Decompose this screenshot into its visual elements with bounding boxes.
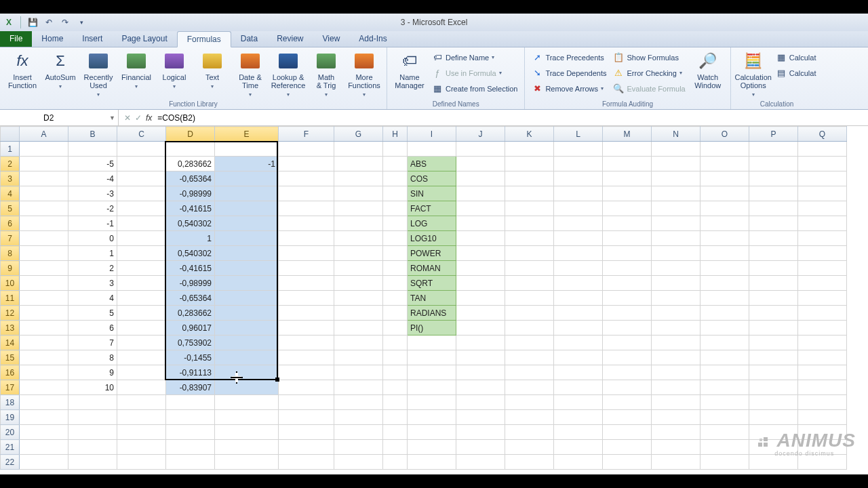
cell-O2[interactable]	[701, 157, 749, 171]
cell-M20[interactable]	[603, 425, 652, 440]
cell-B6[interactable]: -1	[68, 216, 117, 231]
cell-F1[interactable]	[279, 142, 334, 157]
cell-Q20[interactable]	[798, 425, 847, 440]
cell-P19[interactable]	[749, 410, 798, 425]
cell-C1[interactable]	[117, 142, 166, 157]
row-header-21[interactable]: 21	[1, 440, 20, 455]
cell-G19[interactable]	[334, 410, 383, 425]
cell-N21[interactable]	[652, 440, 701, 455]
cell-A20[interactable]	[20, 425, 68, 440]
cell-C14[interactable]	[117, 336, 166, 350]
cell-P22[interactable]	[749, 455, 798, 470]
cell-H17[interactable]	[383, 380, 408, 395]
cell-Q13[interactable]	[798, 321, 847, 336]
cell-H12[interactable]	[383, 306, 408, 321]
cell-J6[interactable]	[456, 216, 505, 231]
cell-C15[interactable]	[117, 350, 166, 365]
cell-Q5[interactable]	[798, 201, 847, 216]
cell-B4[interactable]: -3	[68, 186, 117, 201]
cell-N10[interactable]	[652, 276, 701, 291]
cell-A22[interactable]	[20, 455, 68, 470]
cell-D17[interactable]: -0,83907	[166, 380, 215, 395]
logical-button[interactable]: Logical	[156, 49, 193, 91]
cell-J10[interactable]	[456, 276, 505, 291]
calculate-now-button[interactable]: ▦Calculat	[773, 50, 819, 64]
cell-Q3[interactable]	[798, 171, 847, 186]
cell-P10[interactable]	[749, 276, 798, 291]
cell-C8[interactable]	[117, 246, 166, 261]
cell-F21[interactable]	[279, 440, 334, 455]
row-header-17[interactable]: 17	[1, 380, 20, 395]
col-header-F[interactable]: F	[279, 127, 334, 142]
col-header-Q[interactable]: Q	[798, 127, 847, 142]
lookup-ref-button[interactable]: Lookup & Reference	[270, 49, 307, 99]
cell-L7[interactable]	[554, 231, 603, 246]
cell-O4[interactable]	[701, 186, 749, 201]
cell-G22[interactable]	[334, 455, 383, 470]
cell-F14[interactable]	[279, 336, 334, 350]
cell-J4[interactable]	[456, 186, 505, 201]
cell-D1[interactable]	[166, 142, 215, 157]
cell-A1[interactable]	[20, 142, 68, 157]
cell-Q4[interactable]	[798, 186, 847, 201]
trace-dependents-button[interactable]: ➘Trace Dependents	[529, 66, 609, 80]
cell-A2[interactable]	[20, 157, 68, 171]
row-header-4[interactable]: 4	[1, 186, 20, 201]
cell-H2[interactable]	[383, 157, 408, 171]
row-header-1[interactable]: 1	[1, 142, 20, 157]
cell-M9[interactable]	[603, 261, 652, 276]
cell-A5[interactable]	[20, 201, 68, 216]
cell-E12[interactable]	[215, 306, 279, 321]
cell-P13[interactable]	[749, 321, 798, 336]
col-header-O[interactable]: O	[701, 127, 749, 142]
cell-A18[interactable]	[20, 395, 68, 410]
financial-button[interactable]: Financial	[118, 49, 155, 91]
row-header-10[interactable]: 10	[1, 276, 20, 291]
cell-Q22[interactable]	[798, 455, 847, 470]
cell-F17[interactable]	[279, 380, 334, 395]
cell-H11[interactable]	[383, 291, 408, 306]
col-header-N[interactable]: N	[652, 127, 701, 142]
cell-B12[interactable]: 5	[68, 306, 117, 321]
math-trig-button[interactable]: Math & Trig	[308, 49, 344, 99]
cell-Q1[interactable]	[798, 142, 847, 157]
cell-H16[interactable]	[383, 365, 408, 380]
cell-J19[interactable]	[456, 410, 505, 425]
cell-K4[interactable]	[505, 186, 554, 201]
cell-K12[interactable]	[505, 306, 554, 321]
cell-P14[interactable]	[749, 336, 798, 350]
cell-K9[interactable]	[505, 261, 554, 276]
cell-I17[interactable]	[408, 380, 456, 395]
cell-H1[interactable]	[383, 142, 408, 157]
cell-C20[interactable]	[117, 425, 166, 440]
cell-B2[interactable]: -5	[68, 157, 117, 171]
cell-P20[interactable]	[749, 425, 798, 440]
cell-N8[interactable]	[652, 246, 701, 261]
cell-D20[interactable]	[166, 425, 215, 440]
tab-home[interactable]: Home	[32, 30, 73, 47]
fx-icon[interactable]: fx	[146, 113, 152, 123]
cell-B15[interactable]: 8	[68, 350, 117, 365]
cell-D18[interactable]	[166, 395, 215, 410]
cell-Q16[interactable]	[798, 365, 847, 380]
cell-O6[interactable]	[701, 216, 749, 231]
cell-H7[interactable]	[383, 231, 408, 246]
cell-J1[interactable]	[456, 142, 505, 157]
save-icon[interactable]: 💾	[26, 16, 39, 28]
cell-Q18[interactable]	[798, 395, 847, 410]
cell-P9[interactable]	[749, 261, 798, 276]
cell-N11[interactable]	[652, 291, 701, 306]
cell-A9[interactable]	[20, 261, 68, 276]
cell-P7[interactable]	[749, 231, 798, 246]
col-header-L[interactable]: L	[554, 127, 603, 142]
cell-D21[interactable]	[166, 440, 215, 455]
cell-G15[interactable]	[334, 350, 383, 365]
cell-C17[interactable]	[117, 380, 166, 395]
cell-D10[interactable]: -0,98999	[166, 276, 215, 291]
cell-L4[interactable]	[554, 186, 603, 201]
cell-L8[interactable]	[554, 246, 603, 261]
worksheet-grid[interactable]: ABCDEFGHIJKLMNOPQ12-50,283662-1ABS3-4-0,…	[0, 126, 868, 474]
cell-M22[interactable]	[603, 455, 652, 470]
row-header-19[interactable]: 19	[1, 410, 20, 425]
cell-J11[interactable]	[456, 291, 505, 306]
